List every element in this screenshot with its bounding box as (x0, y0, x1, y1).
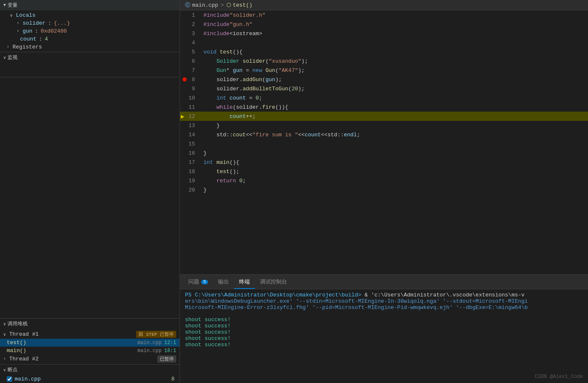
breakpoints-chevron: ∨ (3, 368, 6, 373)
tab-terminal-label: 终端 (239, 278, 250, 286)
token: count (305, 132, 321, 138)
line-num-7: 7 (180, 66, 198, 75)
bp-checkbox[interactable] (7, 376, 12, 382)
frame-test[interactable]: test() main.cpp 12:1 (0, 339, 180, 347)
code-content-13: } (198, 121, 588, 130)
code-line-1: 1#include"solider.h" (180, 10, 588, 20)
watch-header[interactable]: ∨ 监视 (0, 52, 180, 63)
thread2-item[interactable]: › Thread #2 已暂停 (0, 355, 180, 363)
token (239, 58, 243, 64)
token: #include (203, 12, 229, 18)
tab-terminal[interactable]: 终端 (234, 276, 255, 289)
tab-problems-label: 问题 (188, 278, 199, 286)
breadcrumb-func-icon: ⬡ (226, 2, 231, 8)
left-panel: ▼ 变量 ∨ Locals › solider : {...} › (0, 0, 180, 383)
token: "xusanduo" (269, 58, 301, 64)
left-spacer (0, 77, 180, 318)
token: (); (229, 169, 239, 175)
callstack-header[interactable]: ∨ 调用堆栈 (0, 319, 180, 329)
token: * (226, 67, 233, 74)
token: solider (243, 58, 266, 64)
line-num-17: 17 (180, 158, 198, 167)
token: <<std:: (321, 132, 344, 138)
token: addGun (243, 77, 262, 83)
token: endl (344, 132, 357, 138)
watch-section: ∨ 监视 (0, 52, 180, 77)
terminal-shoot-5: shoot success! (185, 342, 231, 348)
code-content-18: test(); (198, 167, 588, 176)
terminal-shoot-1: shoot success! (185, 317, 231, 323)
frame-test-file: main.cpp (138, 340, 162, 346)
variables-header[interactable]: ▼ 变量 (0, 0, 180, 10)
token: } (203, 150, 207, 156)
thread1-item[interactable]: ∨ Thread #1 因 STEP 已暂停 (0, 330, 180, 339)
token: ; (259, 95, 262, 101)
code-line-2: 2#include"gun.h" (180, 20, 588, 29)
var-count[interactable]: count : 4 (0, 35, 180, 43)
tab-problems[interactable]: 问题 5 (183, 276, 213, 289)
line-num-12: 12▶ (180, 112, 198, 121)
code-line-18: 18 test(); (180, 167, 588, 176)
token: <iostream> (229, 31, 262, 37)
tab-output[interactable]: 输出 (213, 276, 234, 289)
tab-problems-badge: 5 (201, 280, 208, 284)
breakpoints-header[interactable]: ∨ 断点 (0, 365, 180, 375)
token: "fire sum is " (252, 132, 298, 138)
breakpoint-indicator (182, 77, 187, 82)
token: ( (265, 58, 269, 64)
terminal-cont2: Microsoft-MIEngine-Error-z3lxyfcl.fhg' '… (185, 304, 528, 311)
variables-body: ∨ Locals › solider : {...} › gun : 0xd02… (0, 10, 180, 52)
main-layout: ▼ 变量 ∨ Locals › solider : {...} › (0, 0, 588, 383)
token: void (203, 49, 216, 55)
callstack-body: ∨ Thread #1 因 STEP 已暂停 test() main.cpp 1… (0, 329, 180, 364)
locals-expand-icon: ∨ (10, 13, 13, 18)
terminal-line-3: Microsoft-MIEngine-Error-z3lxyfcl.fhg' '… (185, 304, 583, 311)
callstack-title: 调用堆栈 (8, 320, 28, 327)
line-num-20: 20 (180, 185, 198, 194)
code-line-13: 13 } (180, 121, 588, 130)
registers-item[interactable]: › Registers (0, 43, 180, 51)
debug-arrow: ▶ (181, 113, 184, 120)
token: "AK47" (278, 67, 298, 74)
code-content-14: std::cout<<"fire sum is "<<count<<std::e… (198, 130, 588, 139)
frame-test-line: 12:1 (164, 340, 176, 346)
registers-expand-icon: › (7, 45, 9, 49)
code-line-9: 9 solider.addBulletToGun(20); (180, 84, 588, 93)
code-content-3: #include<iostream> (198, 29, 588, 38)
thread2-badge: 已暂停 (157, 355, 176, 363)
code-content-16: } (198, 148, 588, 158)
var-solider[interactable]: › solider : {...} (0, 19, 180, 27)
token: 0 (256, 95, 259, 101)
terminal-cmd: & 'c:\Users\Administrator\.vscode\extens… (365, 292, 524, 298)
line-num-13: 13 (180, 121, 198, 130)
gun-name: gun (23, 28, 32, 34)
token: int (203, 95, 226, 101)
code-line-17: 17int main(){ (180, 158, 588, 167)
frame-main[interactable]: main() main.cpp 18:1 (0, 347, 180, 355)
variables-section: ▼ 变量 ∨ Locals › solider : {...} › (0, 0, 180, 52)
terminal-line-1: PS C:\Users\Administrator\Desktop\cmake\… (185, 292, 583, 298)
token: ; (357, 132, 360, 138)
file-icon: Ⓒ (185, 1, 190, 9)
token: ); (298, 67, 305, 74)
breadcrumb-file: main.cpp (192, 2, 218, 8)
token: (){ (229, 159, 239, 166)
var-gun[interactable]: › gun : 0xd02480 (0, 27, 180, 35)
tab-debug-console[interactable]: 调试控制台 (255, 276, 292, 289)
code-content-19: return 0; (198, 176, 588, 185)
terminal-body[interactable]: PS C:\Users\Administrator\Desktop\cmake\… (180, 289, 588, 383)
token: ()){ (275, 104, 288, 110)
token: ); (275, 77, 282, 83)
locals-group[interactable]: ∨ Locals (0, 11, 180, 19)
code-area[interactable]: 1#include"solider.h"2#include"gun.h"3#in… (180, 10, 588, 274)
line-num-4: 4 (180, 38, 198, 47)
code-content-17: int main(){ (198, 158, 588, 167)
token: "solider.h" (229, 12, 265, 18)
terminal-cont1: ers\bin\WindowsDebugLauncher.exe' '--std… (185, 298, 528, 304)
thread1-expand-icon: ∨ (3, 332, 6, 337)
line-num-15: 15 (180, 139, 198, 148)
terminal-success-2: shoot success! (185, 323, 583, 329)
code-content-5: void test(){ (198, 47, 588, 56)
watch-chevron: ∨ (3, 55, 6, 60)
code-line-6: 6 Solider solider("xusanduo"); (180, 56, 588, 66)
